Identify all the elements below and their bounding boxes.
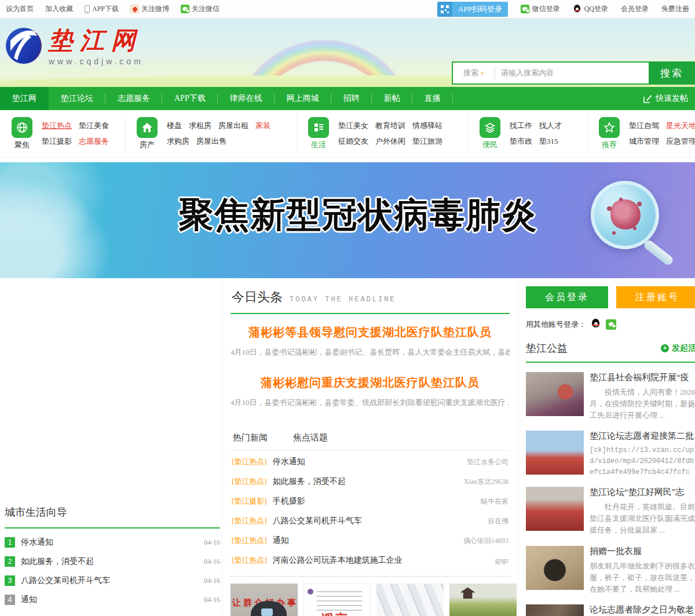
post-title-link[interactable]: 停水通知 bbox=[273, 457, 305, 467]
nav-item-new-posts[interactable]: 新帖 bbox=[372, 87, 412, 110]
post-title-link[interactable]: 如此服务，消受不起 bbox=[273, 476, 346, 487]
charity-title-link[interactable]: 垫江论坛志愿者迎接第二批 bbox=[590, 431, 695, 442]
nav-item-live[interactable]: 直播 bbox=[412, 87, 453, 110]
subnav-link[interactable]: 垫江摄影 bbox=[42, 136, 72, 147]
photo-pavilion-hill[interactable] bbox=[449, 584, 517, 616]
charity-title-link[interactable]: 垫江论坛“垫江好网民”志 bbox=[590, 487, 695, 498]
subnav-link[interactable]: 情感驿站 bbox=[412, 120, 442, 132]
subnav-link[interactable]: 求租房 bbox=[189, 120, 211, 132]
member-login-button[interactable]: 会员登录 bbox=[526, 286, 608, 308]
subnav-link[interactable]: 垫315 bbox=[539, 136, 558, 147]
post-tag[interactable]: [垫江摄影] bbox=[232, 496, 267, 506]
subnav-link[interactable]: 垫江美食 bbox=[79, 120, 109, 132]
subnav-link[interactable]: 求购房 bbox=[167, 136, 189, 147]
subnav-link[interactable]: 教育培训 bbox=[375, 120, 405, 132]
create-activity-link[interactable]: + 发起活动 bbox=[661, 343, 695, 353]
qq-login-link[interactable]: QQ登录 bbox=[573, 4, 608, 14]
plus-icon: + bbox=[661, 344, 669, 352]
charity-title-link[interactable]: 论坛志愿者除夕之日为敬老 bbox=[590, 604, 695, 615]
quick-post-button[interactable]: 快速发帖 bbox=[643, 93, 688, 104]
qq-penguin-icon[interactable] bbox=[591, 319, 601, 330]
charity-thumbnail[interactable] bbox=[526, 546, 584, 590]
charity-item: 垫江县社会福利院开展“疫 疫情无情，人间有爱！2020年3月，在疫情防控关键时期… bbox=[526, 372, 695, 421]
subnav-link[interactable]: 户外休闲 bbox=[375, 136, 405, 147]
nav-item-app-download[interactable]: APP下载 bbox=[162, 87, 218, 110]
headline-link[interactable]: 蒲彬彬慰问重庆支援湖北医疗队垫江队员 bbox=[231, 375, 510, 391]
subnav-link[interactable]: 垫江热点 bbox=[42, 120, 72, 132]
subnav-link[interactable]: 房屋出租 bbox=[218, 120, 248, 132]
photo-railway-bridge[interactable] bbox=[376, 584, 444, 616]
subnav-link[interactable]: 楼盘 bbox=[167, 120, 182, 132]
guide-title-link[interactable]: 通知 bbox=[21, 595, 37, 605]
subnav-link[interactable]: 城市管理 bbox=[629, 136, 659, 147]
post-tag[interactable]: [垫江热点] bbox=[232, 457, 267, 467]
subnav-link[interactable]: 应急管理 bbox=[666, 136, 695, 147]
nav-item-volunteer[interactable]: 志愿服务 bbox=[105, 87, 162, 110]
charity-item: 捐赠一批衣服 朋友前几年做批发剩下的很多衣服，裤子，裙子，放在我这里，现在她不要… bbox=[526, 546, 695, 595]
post-tag[interactable]: [垫江热点] bbox=[232, 476, 267, 487]
wechat-login-link[interactable]: 微信登录 bbox=[521, 4, 560, 14]
charity-title-link[interactable]: 捐赠一批衣服 bbox=[590, 546, 695, 557]
charity-thumbnail[interactable] bbox=[526, 372, 584, 416]
charity-item: 垫江论坛“垫江好网民”志 牡丹花开，英雄凯旋。目前，垫江县支援湖北医疗队圆满完成… bbox=[526, 487, 695, 536]
subnav-link[interactable]: 志愿服务 bbox=[79, 136, 109, 147]
nav-item-home[interactable]: 垫江网 bbox=[0, 87, 49, 110]
post-author: 垫江水务公司 bbox=[467, 457, 509, 467]
medical-staff-image bbox=[0, 162, 139, 278]
covid-banner[interactable]: 聚焦新型冠状病毒肺炎 bbox=[0, 162, 695, 278]
set-homepage-link[interactable]: 设为首页 bbox=[6, 4, 34, 14]
subnav-link[interactable]: 找工作 bbox=[510, 120, 532, 132]
charity-thumbnail[interactable] bbox=[526, 487, 584, 531]
subnav-link[interactable]: 征婚交友 bbox=[338, 136, 368, 147]
post-author: 蜗牛在家 bbox=[481, 497, 509, 506]
subnav-link[interactable]: 房屋出售 bbox=[196, 136, 226, 147]
search-button[interactable]: 搜索 bbox=[649, 61, 695, 85]
add-favorite-link[interactable]: 加入收藏 bbox=[45, 4, 73, 14]
subnav-link[interactable]: 找人才 bbox=[539, 120, 562, 132]
follow-wechat-link[interactable]: 关注微信 bbox=[181, 4, 220, 14]
tab-focus-topics[interactable]: 焦点话题 bbox=[293, 432, 328, 443]
subnav-link[interactable]: 家装 bbox=[255, 120, 270, 132]
post-tag[interactable]: [垫江热点] bbox=[232, 516, 267, 526]
free-register-link[interactable]: 免费注册 bbox=[661, 4, 689, 14]
guide-title-link[interactable]: 八路公交某司机开斗气车 bbox=[21, 575, 110, 586]
nav-item-lawyer[interactable]: 律师在线 bbox=[218, 87, 275, 110]
wechat-icon[interactable] bbox=[606, 319, 616, 330]
headline-link[interactable]: 蒲彬彬等县领导慰问支援湖北医疗队垫江队员 bbox=[231, 325, 510, 340]
register-account-button[interactable]: 注册账号 bbox=[616, 286, 695, 308]
post-title-link[interactable]: 通知 bbox=[273, 535, 289, 546]
site-logo[interactable]: 垫江网 www.cqdjw.com bbox=[6, 28, 144, 66]
post-title-link[interactable]: 河南公路公司玩弄本地建筑施工企业 bbox=[273, 555, 403, 566]
app-scan-login-button[interactable]: APP扫码登录 bbox=[437, 2, 508, 17]
follow-weibo-link[interactable]: 关注微博 bbox=[130, 4, 169, 14]
post-tag[interactable]: [垫江热点] bbox=[232, 555, 267, 566]
search-category-dropdown[interactable]: 搜索 ˅ bbox=[453, 68, 495, 78]
list-item: 3 八路公交某司机开斗气车 04-16 bbox=[5, 575, 220, 586]
app-download-link[interactable]: APP下载 bbox=[85, 4, 119, 14]
nav-item-jobs[interactable]: 招聘 bbox=[331, 87, 372, 110]
post-tag[interactable]: [垫江热点] bbox=[232, 535, 267, 546]
subnav-link[interactable]: 垫江美女 bbox=[338, 120, 368, 132]
face-mask bbox=[261, 608, 273, 616]
guide-title-link[interactable]: 如此服务，消受不起 bbox=[21, 556, 94, 567]
tab-hot-news[interactable]: 热门新闻 bbox=[233, 432, 268, 443]
subnav-group-recommend: 推荐 垫江自驾 星光天地 律师在线 城市管理 应急管理 汽车频道 bbox=[587, 110, 695, 157]
charity-title-link[interactable]: 垫江县社会福利院开展“疫 bbox=[590, 372, 695, 383]
post-title-link[interactable]: 手机摄影 bbox=[273, 496, 305, 506]
search-input[interactable] bbox=[495, 63, 649, 83]
subnav-link[interactable]: 星光天地 bbox=[666, 120, 695, 132]
photo-masked-person[interactable]: 让群众好办事 bbox=[231, 584, 298, 616]
subnav-link[interactable]: 垫市政 bbox=[510, 136, 532, 147]
subnav-link[interactable]: 垫江旅游 bbox=[412, 136, 442, 147]
post-title-link[interactable]: 八路公交某司机开斗气车 bbox=[273, 516, 362, 526]
charity-thumbnail[interactable] bbox=[526, 604, 584, 616]
charity-thumbnail[interactable] bbox=[526, 431, 584, 475]
nav-item-mall[interactable]: 网上商城 bbox=[275, 87, 331, 110]
subnav-link[interactable]: 垫江自驾 bbox=[629, 120, 659, 132]
member-login-link[interactable]: 会员登录 bbox=[621, 4, 649, 14]
photo-rumor-post[interactable]: 谣言 bbox=[303, 584, 371, 616]
qr-code-icon bbox=[437, 2, 452, 17]
nav-item-forum[interactable]: 垫江论坛 bbox=[49, 87, 105, 110]
logo-globe-icon bbox=[6, 28, 42, 64]
guide-title-link[interactable]: 停水通知 bbox=[21, 537, 53, 548]
